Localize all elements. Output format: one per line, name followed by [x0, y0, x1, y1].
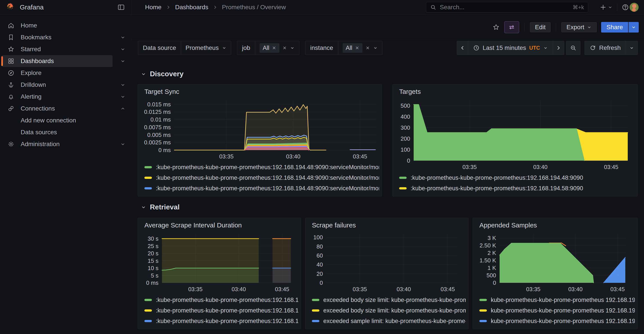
- panel-title[interactable]: Targets: [392, 84, 638, 95]
- chevron-down-icon[interactable]: [120, 58, 126, 64]
- remove-chip-icon[interactable]: [355, 46, 359, 50]
- sidebar-item-home[interactable]: Home: [2, 20, 112, 32]
- breadcrumb: HomeDashboardsPrometheus / Overview: [145, 4, 286, 11]
- legend-item[interactable]: :kube-prometheus-kube-prome-prometheus:1…: [144, 162, 379, 172]
- legend-series-label: exceeded body size limit: kube-prometheu…: [323, 297, 466, 304]
- sidebar-item-label: Alerting: [21, 93, 42, 100]
- datasource-selected: Prometheus: [186, 44, 219, 52]
- legend-item[interactable]: kube-prometheus-kube-prome-prometheus 19…: [479, 295, 635, 305]
- job-value[interactable]: All: [255, 43, 299, 53]
- bookmark-icon: [8, 34, 14, 41]
- chevron-down-icon[interactable]: [120, 34, 126, 40]
- legend-item[interactable]: :kube-prometheus-kube-prome-prometheus:1…: [144, 183, 379, 194]
- search-box[interactable]: ⌘+k: [426, 2, 588, 12]
- gear-icon: [8, 141, 14, 148]
- sidebar-item-label: Administration: [21, 141, 60, 148]
- svg-text:1.50 K: 1.50 K: [480, 257, 496, 264]
- panel-title[interactable]: Appended Samples: [473, 218, 638, 229]
- mega-menu-toggle-icon[interactable]: [117, 3, 125, 11]
- legend-item[interactable]: kube-prometheus-kube-prome-prometheus 19…: [479, 316, 635, 326]
- chevron-down-icon[interactable]: [120, 46, 126, 52]
- legend-item[interactable]: :kube-prometheus-kube-prome-prometheus:1…: [144, 316, 298, 326]
- legend-series-label: :kube-prometheus-kube-prome-prometheus:1…: [156, 164, 379, 171]
- chart-legend: :kube-prometheus-kube-prome-prometheus:1…: [399, 172, 635, 194]
- svg-text:0.0025 ms: 0.0025 ms: [144, 139, 171, 146]
- sidebar-item-bookmarks[interactable]: Bookmarks: [2, 32, 112, 43]
- panel-scrape-failures: Scrape failures02040608010003:3503:4003:…: [305, 218, 468, 329]
- breadcrumb-item[interactable]: Dashboards: [175, 4, 208, 11]
- search-input[interactable]: [439, 4, 572, 11]
- grafana-app: Grafana HomeDashboardsPrometheus / Overv…: [0, 0, 644, 334]
- job-chip[interactable]: All: [260, 43, 279, 53]
- svg-text:2.50 K: 2.50 K: [480, 242, 496, 249]
- legend-item[interactable]: exceeded body size limit: kube-prometheu…: [312, 305, 466, 316]
- add-new-icon[interactable]: [600, 4, 607, 11]
- legend-item[interactable]: exceeded sample limit: kube-prometheus-k…: [312, 316, 466, 326]
- sidebar-item-label: Explore: [21, 70, 42, 76]
- legend-item[interactable]: :kube-prometheus-kube-prome-prometheus:1…: [144, 295, 298, 305]
- time-series-chart: 02040608010003:3503:4003:45: [307, 231, 466, 294]
- svg-text:200: 200: [401, 135, 410, 142]
- sidebar-item-administration[interactable]: Administration: [2, 138, 112, 150]
- panel-title[interactable]: Scrape failures: [305, 218, 468, 229]
- section-discovery[interactable]: Discovery: [141, 70, 184, 78]
- legend-item[interactable]: :kube-prometheus-kube-prome-prometheus:1…: [144, 305, 298, 316]
- svg-text:03:45: 03:45: [610, 286, 625, 292]
- user-avatar[interactable]: [630, 3, 639, 12]
- time-shift-forward-button[interactable]: [553, 41, 564, 55]
- share-button[interactable]: Share: [601, 22, 628, 32]
- sidebar-item-drilldown[interactable]: Drilldown: [2, 79, 112, 91]
- sidebar-item-alerting[interactable]: Alerting: [2, 91, 112, 102]
- legend-item[interactable]: :kube-prometheus-kube-prome-prometheus:1…: [144, 172, 379, 183]
- legend-item[interactable]: exceeded body size limit: kube-prometheu…: [312, 295, 466, 305]
- time-compare-button[interactable]: [504, 21, 519, 33]
- legend-item[interactable]: :kube-prometheus-kube-prome-prometheus:1…: [399, 172, 635, 183]
- sidebar-item-explore[interactable]: Explore: [2, 67, 112, 79]
- zoom-out-button[interactable]: [566, 41, 580, 55]
- time-shift-back-button[interactable]: [457, 41, 468, 55]
- svg-text:03:45: 03:45: [275, 286, 289, 292]
- clear-all-icon[interactable]: [366, 46, 370, 50]
- share-button-group: Share: [601, 22, 639, 32]
- datasource-value[interactable]: Prometheus: [181, 44, 231, 52]
- legend-item[interactable]: kube-prometheus-kube-prome-prometheus 19…: [479, 305, 635, 316]
- edit-button[interactable]: Edit: [530, 22, 550, 32]
- time-range-picker[interactable]: Last 15 minutes UTC: [468, 41, 553, 55]
- chart-area: 05001 K1.50 K2 K2.50 K3 K03:3503:4003:45: [474, 231, 635, 294]
- sidebar-item-data-sources[interactable]: Data sources: [2, 126, 112, 138]
- sidebar-item-dashboards[interactable]: Dashboards: [2, 55, 112, 67]
- add-new-chevron-icon[interactable]: [608, 5, 612, 10]
- svg-text:03:45: 03:45: [440, 286, 455, 292]
- chevron-down-icon[interactable]: [120, 141, 126, 147]
- chevron-down-icon[interactable]: [120, 82, 126, 88]
- export-button[interactable]: Export: [561, 22, 597, 32]
- sidebar-item-add-new-connection[interactable]: Add new connection: [2, 114, 112, 126]
- favorite-star-icon[interactable]: [492, 24, 500, 31]
- sidebar-item-connections[interactable]: Connections: [2, 102, 112, 114]
- legend-item[interactable]: :kube-prometheus-kube-prome-prometheus:1…: [399, 183, 635, 194]
- refresh-interval-dropdown[interactable]: [626, 41, 638, 55]
- time-controls: Last 15 minutes UTC Refresh: [457, 41, 638, 55]
- edit-button-label: Edit: [535, 24, 546, 31]
- breadcrumb-item[interactable]: Home: [145, 4, 162, 11]
- instance-value[interactable]: All: [338, 43, 382, 53]
- job-variable-picker: job All: [237, 41, 299, 55]
- remove-chip-icon[interactable]: [272, 46, 276, 50]
- svg-text:30 s: 30 s: [148, 235, 158, 242]
- sidebar-item-starred[interactable]: Starred: [2, 43, 112, 55]
- chevron-up-icon[interactable]: [120, 106, 126, 112]
- svg-text:40: 40: [316, 261, 323, 268]
- refresh-button[interactable]: Refresh: [584, 41, 626, 55]
- section-retrieval[interactable]: Retrieval: [141, 203, 180, 211]
- instance-chip[interactable]: All: [343, 43, 362, 53]
- chart-legend: :kube-prometheus-kube-prome-prometheus:1…: [144, 295, 298, 326]
- legend-series-label: :kube-prometheus-kube-prome-prometheus:1…: [156, 174, 379, 181]
- breadcrumb-separator-icon: [166, 4, 171, 10]
- help-icon[interactable]: [622, 4, 629, 11]
- export-button-label: Export: [566, 24, 584, 31]
- panel-title[interactable]: Target Sync: [138, 84, 382, 95]
- chevron-down-icon[interactable]: [120, 94, 126, 100]
- panel-title[interactable]: Average Scrape Interval Duration: [138, 218, 301, 229]
- share-dropdown-button[interactable]: [628, 22, 639, 32]
- clear-all-icon[interactable]: [282, 46, 287, 50]
